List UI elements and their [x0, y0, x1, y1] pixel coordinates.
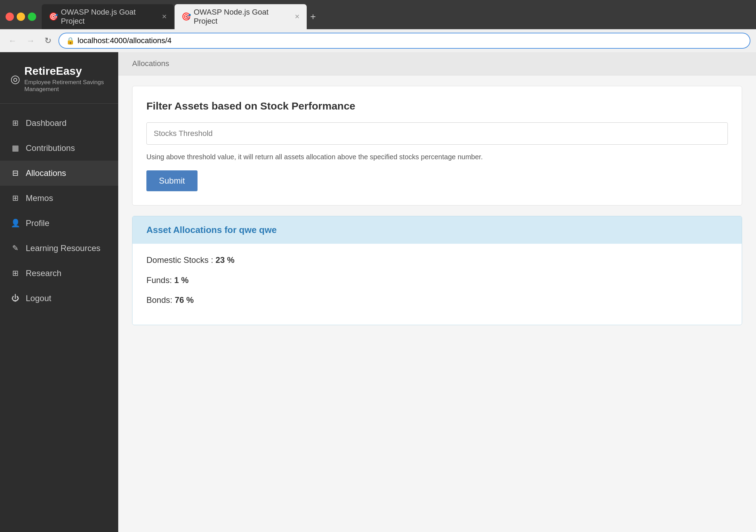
- sidebar-item-logout[interactable]: ⏻ Logout: [0, 286, 118, 311]
- traffic-lights: [6, 13, 36, 21]
- brand: ◎ RetireEasy Employee Retirement Savings…: [0, 52, 118, 104]
- tab-2-favicon: 🎯: [182, 12, 191, 21]
- filter-title: Filter Assets based on Stock Performance: [146, 100, 728, 112]
- sidebar-item-contributions-label: Contributions: [26, 143, 75, 153]
- close-window-button[interactable]: [6, 13, 14, 21]
- results-body: Domestic Stocks : 23 % Funds: 1 % Bonds:…: [132, 244, 742, 325]
- tab-2-title: OWASP Node.js Goat Project: [194, 8, 292, 26]
- allocations-icon: ⊟: [10, 169, 20, 178]
- address-bar-row: ← → ↻ 🔒 localhost:4000/allocations/4: [0, 29, 756, 52]
- address-path: /allocations/4: [127, 36, 171, 45]
- allocation-domestic-stocks: Domestic Stocks : 23 %: [146, 254, 728, 266]
- memos-icon: ⊞: [10, 194, 20, 203]
- sidebar-item-allocations-label: Allocations: [26, 168, 66, 178]
- sidebar-item-profile[interactable]: 👤 Profile: [0, 211, 118, 236]
- brand-logo-icon: ◎: [10, 72, 20, 86]
- tab-1-favicon: 🎯: [49, 12, 58, 21]
- bonds-label: Bonds:: [146, 295, 175, 305]
- dashboard-icon: ⊞: [10, 119, 20, 128]
- filter-card: Filter Assets based on Stock Performance…: [132, 86, 742, 205]
- address-text: localhost:4000/allocations/4: [78, 36, 171, 45]
- sidebar-item-contributions[interactable]: ▦ Contributions: [0, 136, 118, 161]
- allocation-funds: Funds: 1 %: [146, 274, 728, 286]
- address-bar[interactable]: 🔒 localhost:4000/allocations/4: [58, 33, 750, 49]
- profile-icon: 👤: [10, 219, 20, 228]
- sidebar-item-memos[interactable]: ⊞ Memos: [0, 186, 118, 211]
- app: ◎ RetireEasy Employee Retirement Savings…: [0, 52, 756, 532]
- contributions-icon: ▦: [10, 144, 20, 153]
- logout-icon: ⏻: [10, 294, 20, 303]
- brand-name-part1: Retire: [24, 65, 56, 77]
- breadcrumb: Allocations: [118, 52, 756, 75]
- brand-text: RetireEasy Employee Retirement Savings M…: [24, 65, 108, 93]
- funds-label: Funds:: [146, 275, 174, 285]
- funds-value: 1 %: [174, 275, 188, 285]
- learning-resources-icon: ✎: [10, 244, 20, 253]
- new-tab-button[interactable]: +: [307, 4, 319, 29]
- helper-text: Using above threshold value, it will ret…: [146, 152, 728, 162]
- sidebar-item-profile-label: Profile: [26, 218, 49, 228]
- tab-2[interactable]: 🎯 OWASP Node.js Goat Project ✕: [175, 4, 307, 29]
- lock-icon: 🔒: [66, 37, 75, 45]
- tab-1[interactable]: 🎯 OWASP Node.js Goat Project ✕: [42, 4, 174, 29]
- breadcrumb-text: Allocations: [132, 59, 169, 68]
- brand-name: RetireEasy: [24, 65, 108, 78]
- stocks-threshold-input[interactable]: [146, 122, 728, 145]
- content-area: Filter Assets based on Stock Performance…: [118, 75, 756, 336]
- forward-button[interactable]: →: [24, 34, 38, 47]
- sidebar: ◎ RetireEasy Employee Retirement Savings…: [0, 52, 118, 532]
- sidebar-item-learning-resources[interactable]: ✎ Learning Resources: [0, 236, 118, 261]
- sidebar-item-allocations[interactable]: ⊟ Allocations: [0, 161, 118, 186]
- brand-name-part2: Easy: [56, 65, 82, 77]
- tab-1-close[interactable]: ✕: [162, 13, 167, 21]
- nav-menu: ⊞ Dashboard ▦ Contributions ⊟ Allocation…: [0, 104, 118, 532]
- sidebar-item-dashboard-label: Dashboard: [26, 118, 66, 128]
- address-host: localhost:4000: [78, 36, 127, 45]
- brand-tagline: Employee Retirement Savings Management: [24, 79, 108, 93]
- refresh-button[interactable]: ↻: [42, 34, 54, 47]
- sidebar-item-memos-label: Memos: [26, 193, 53, 203]
- research-icon: ⊞: [10, 269, 20, 278]
- bonds-value: 76 %: [175, 295, 194, 305]
- maximize-window-button[interactable]: [28, 13, 36, 21]
- domestic-stocks-label: Domestic Stocks :: [146, 255, 216, 265]
- sidebar-item-learning-resources-label: Learning Resources: [26, 243, 100, 253]
- allocation-bonds: Bonds: 76 %: [146, 294, 728, 306]
- back-button[interactable]: ←: [6, 34, 19, 47]
- results-header: Asset Allocations for qwe qwe: [132, 216, 742, 244]
- main-content: Allocations Filter Assets based on Stock…: [118, 52, 756, 532]
- results-card: Asset Allocations for qwe qwe Domestic S…: [132, 216, 742, 325]
- sidebar-item-research[interactable]: ⊞ Research: [0, 261, 118, 286]
- minimize-window-button[interactable]: [17, 13, 25, 21]
- results-title: Asset Allocations for qwe qwe: [146, 225, 728, 235]
- sidebar-item-dashboard[interactable]: ⊞ Dashboard: [0, 111, 118, 136]
- tab-1-title: OWASP Node.js Goat Project: [61, 8, 159, 26]
- tab-2-close[interactable]: ✕: [295, 13, 300, 21]
- browser-chrome: 🎯 OWASP Node.js Goat Project ✕ 🎯 OWASP N…: [0, 0, 756, 52]
- domestic-stocks-value: 23 %: [216, 255, 235, 265]
- title-bar: 🎯 OWASP Node.js Goat Project ✕ 🎯 OWASP N…: [0, 0, 756, 29]
- sidebar-item-research-label: Research: [26, 268, 62, 278]
- sidebar-item-logout-label: Logout: [26, 293, 51, 303]
- tab-bar: 🎯 OWASP Node.js Goat Project ✕ 🎯 OWASP N…: [42, 4, 750, 29]
- submit-button[interactable]: Submit: [146, 170, 198, 191]
